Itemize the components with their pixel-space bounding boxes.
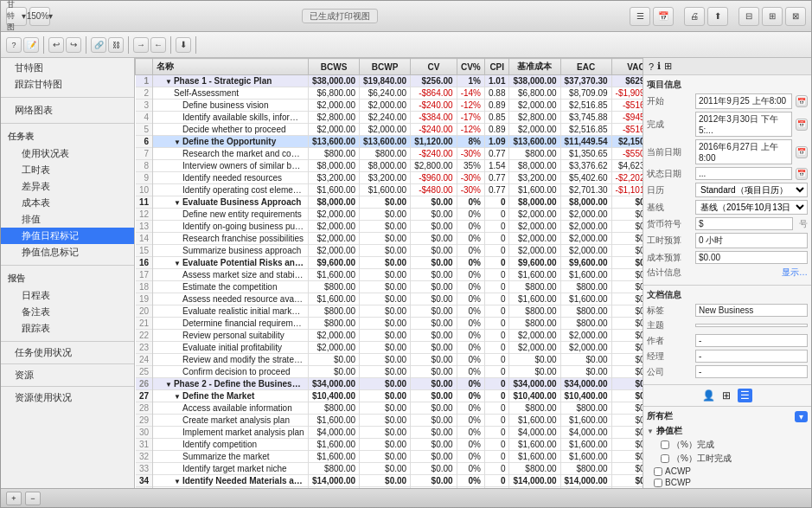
column-checkbox-item[interactable]: ACWP (647, 466, 808, 476)
no-button[interactable]: 甘特图 ▾ (6, 7, 27, 26)
rp-tag-value[interactable]: New Business (695, 304, 808, 317)
calendar-btn[interactable]: 📅 (653, 7, 674, 26)
sidebar-item-resources[interactable]: 资源 (1, 367, 134, 383)
rp-status-date-value[interactable]: ... (695, 167, 792, 180)
table-row[interactable]: 33Identify target market niche$800.00$0.… (136, 463, 643, 475)
rp-show-btn[interactable]: 显示… (782, 267, 808, 279)
column-checkbox-item[interactable]: （%）工时完成 (647, 453, 808, 465)
col-header-vac[interactable]: VAC (611, 59, 643, 75)
table-row[interactable]: 17Assess market size and stability$1,600… (136, 269, 643, 281)
rp-current-date-value[interactable]: 2016年6月27日 上午8:00 (695, 139, 792, 164)
table-row[interactable]: 21Determine financial requirements$800.0… (136, 318, 643, 330)
rp-current-calendar[interactable]: 📅 (796, 146, 808, 158)
col-header-cpi[interactable]: CPI (484, 59, 508, 75)
sidebar-item-network[interactable]: 网络图表 (1, 102, 134, 119)
table-row[interactable]: 34▼Identify Needed Materials and Supplie… (136, 475, 643, 487)
sidebar-item-track-gant[interactable]: 跟踪甘特图 (1, 76, 134, 93)
table-row[interactable]: 29Create market analysis plan$1,600.00$0… (136, 415, 643, 427)
table-row[interactable]: 15Summarize business approach$2,000.00$0… (136, 245, 643, 257)
sidebar-item-time[interactable]: 工时表 (1, 162, 134, 178)
table-row[interactable]: 13Identify on-going business purchase op… (136, 221, 643, 233)
redo-btn[interactable]: ↪ (66, 37, 81, 53)
col-header-eac[interactable]: EAC (560, 59, 611, 75)
table-row[interactable]: 11▼Evaluate Business Approach$8,000.00$0… (136, 196, 643, 209)
view-btn-3[interactable]: ⊠ (785, 7, 806, 26)
bb-minus-btn[interactable]: − (25, 492, 41, 505)
rp-col-icon-grid[interactable]: ⊞ (722, 389, 731, 402)
sidebar-item-earned-info[interactable]: 挣值信息标记 (1, 244, 134, 260)
table-row[interactable]: 26▼Phase 2 - Define the Business Opportu… (136, 378, 643, 390)
table-row[interactable]: 24Review and modify the strategic plan$0… (136, 354, 643, 366)
view-btn-2[interactable]: ⊞ (762, 7, 783, 26)
rp-currency-value[interactable]: $ (695, 217, 793, 230)
col-header-name[interactable]: 名称 (153, 59, 309, 75)
table-row[interactable]: 2Self-Assessment$6,800.00$6,240.00-$864.… (136, 87, 643, 100)
rp-company-value[interactable]: - (695, 365, 808, 378)
table-row[interactable]: 23Evaluate initial profitability$2,000.0… (136, 342, 643, 354)
sidebar-item-track[interactable]: 跟踪表 (1, 320, 134, 337)
rp-icon-question[interactable]: ? (649, 61, 654, 72)
table-row[interactable]: 16▼Evaluate Potential Risks and Rewards$… (136, 257, 643, 269)
sidebar-item-earned[interactable]: 排值 (1, 211, 134, 228)
undo-btn[interactable]: ↩ (48, 37, 64, 53)
column-checkbox[interactable] (661, 440, 669, 449)
note-btn[interactable]: 📝 (23, 37, 39, 53)
rp-icon-grid[interactable]: ⊞ (664, 61, 672, 72)
share-btn[interactable]: ⬆ (707, 7, 728, 26)
rp-author-value[interactable]: - (695, 334, 808, 347)
sidebar-item-diff[interactable]: 差异表 (1, 178, 134, 195)
column-checkbox[interactable] (654, 467, 662, 476)
table-row[interactable]: 25Confirm decision to proceed$0.00$0.00$… (136, 366, 643, 378)
table-row[interactable]: 7Research the market and competition$800… (136, 148, 643, 160)
table-row[interactable]: 10Identify operating cost elements$1,600… (136, 184, 643, 196)
rp-cost-value[interactable]: $0.00 (695, 251, 808, 264)
table-row[interactable]: 14Research franchise possibilities$2,000… (136, 233, 643, 245)
table-row[interactable]: 12Define new entity requirements$2,000.0… (136, 209, 643, 221)
table-row[interactable]: 32Summarize the market$1,600.00$0.00$0.0… (136, 451, 643, 463)
rp-finish-calendar[interactable]: 📅 (796, 119, 808, 131)
rp-col-icon-list[interactable]: ☰ (738, 389, 752, 402)
table-row[interactable]: 30Implement market analysis plan$4,000.0… (136, 427, 643, 439)
rp-icon-info[interactable]: ℹ (657, 61, 661, 72)
add-row-btn[interactable]: ⬇ (176, 37, 191, 53)
table-container[interactable]: 名称 BCWS BCWP CV CV% CPI 基准成本 EAC VAC TCP… (135, 58, 643, 488)
table-row[interactable]: 5Decide whether to proceed$2,000.00$2,00… (136, 124, 643, 136)
sidebar-item-cost[interactable]: 成本表 (1, 195, 134, 211)
col-header-bcws[interactable]: BCWS (309, 59, 360, 75)
help-btn[interactable]: ? (6, 37, 22, 53)
rp-calendar-select[interactable]: Standard（项目日历） (695, 183, 808, 197)
column-checkbox[interactable] (654, 479, 662, 487)
column-checkbox-item[interactable]: BCWP (647, 478, 808, 487)
unlink-btn[interactable]: ⛓ (108, 37, 124, 53)
rp-start-value[interactable]: 2011年9月25 上午8:00 (695, 93, 792, 109)
column-checkbox-item[interactable]: （%）完成 (647, 439, 808, 451)
rp-baseline-select[interactable]: 基线（2015年10月13日 下午1...) (695, 200, 808, 215)
list-view-btn[interactable]: ☰ (630, 7, 650, 26)
table-row[interactable]: 8Interview owners of similar businesses$… (136, 160, 643, 172)
table-row[interactable]: 6▼Define the Opportunity$13,600.00$13,60… (136, 136, 643, 148)
table-row[interactable]: 31Identify competition$1,600.00$0.00$0.0… (136, 439, 643, 451)
table-row[interactable]: 22Review personal suitability$2,000.00$0… (136, 330, 643, 342)
sidebar-item-schedule-report[interactable]: 日程表 (1, 287, 134, 304)
view-btn-1[interactable]: ⊟ (738, 7, 759, 26)
rp-manager-value[interactable]: - (695, 350, 808, 363)
table-row[interactable]: 28Access available information$800.00$0.… (136, 402, 643, 415)
column-checkbox[interactable] (661, 454, 669, 463)
rp-work-value[interactable]: 0 小时 (695, 233, 808, 248)
table-row[interactable]: 18Estimate the competition$800.00$0.00$0… (136, 281, 643, 293)
zoom-selector[interactable]: 150% ▾ (29, 7, 50, 26)
table-row[interactable]: 20Evaluate realistic initial market shar… (136, 305, 643, 318)
table-row[interactable]: 3Define business vision$2,000.00$2,000.0… (136, 100, 643, 112)
sidebar-item-task-usage[interactable]: 任务使用状况 (1, 344, 134, 361)
print-btn[interactable]: 🖨 (684, 7, 705, 26)
rp-status-calendar[interactable]: 📅 (796, 168, 808, 180)
indent-btn[interactable]: → (133, 37, 149, 53)
col-header-cv[interactable]: CV (411, 59, 457, 75)
sidebar-item-resource-usage[interactable]: 资源使用状况 (1, 389, 134, 406)
sidebar-item-usage[interactable]: 使用状况表 (1, 145, 134, 162)
sidebar-item-earned-schedule[interactable]: 挣值日程标记 (1, 228, 134, 244)
outdent-btn[interactable]: ← (150, 37, 166, 53)
link-btn[interactable]: 🔗 (91, 37, 106, 53)
table-row[interactable]: 19Assess needed resource availability$1,… (136, 293, 643, 305)
table-row[interactable]: 27▼Define the Market$10,400.00$0.00$0.00… (136, 390, 643, 402)
